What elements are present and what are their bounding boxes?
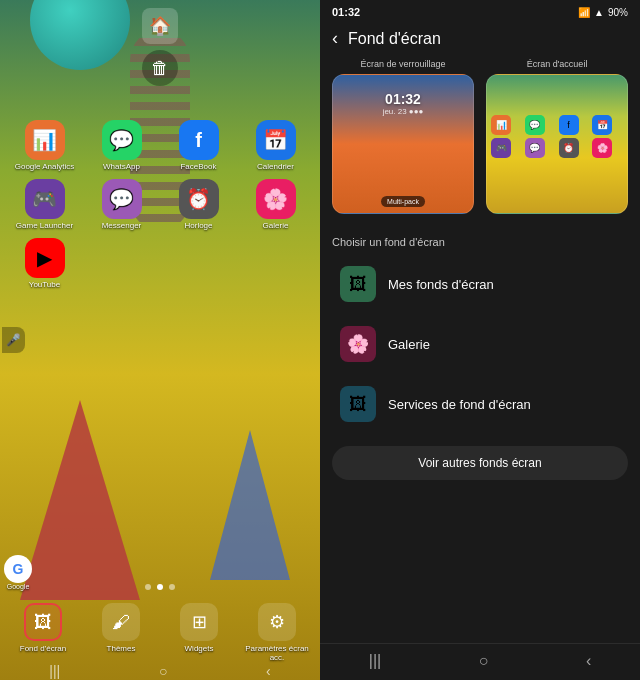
preview-time: 01:32: [385, 91, 421, 107]
left-nav-back[interactable]: ‹: [266, 663, 271, 679]
app-game-launcher[interactable]: 🎮 Game Launcher: [10, 179, 79, 230]
app-google-analytics[interactable]: 📊 Google Analytics: [10, 120, 79, 171]
menu-parametres[interactable]: ⚙ Paramètres écran acc.: [238, 603, 316, 662]
app-youtube[interactable]: ▶ YouTube: [10, 238, 79, 289]
choose-section: Choisir un fond d'écran 🖼 Mes fonds d'éc…: [320, 228, 640, 440]
lock-screen-label: Écran de verrouillage: [332, 59, 474, 69]
galerie-label: Galerie: [388, 337, 430, 352]
cone-blue-decor: [210, 430, 290, 580]
app-whatsapp[interactable]: 💬 WhatsApp: [87, 120, 156, 171]
battery-text: 90%: [608, 7, 628, 18]
lock-screen-phone: 01:32 jeu. 23 ●●● Multi-pack: [332, 74, 474, 214]
mini-app-3: f: [559, 115, 579, 135]
mini-app-4: 📅: [592, 115, 612, 135]
voir-button[interactable]: Voir autres fonds écran: [332, 446, 628, 480]
mini-app-7: ⏰: [559, 138, 579, 158]
voice-icon: 🎤: [2, 327, 25, 353]
mes-fonds-label: Mes fonds d'écran: [388, 277, 494, 292]
right-nav-menu[interactable]: |||: [369, 652, 381, 670]
mes-fonds-icon: 🖼: [340, 266, 376, 302]
home-screen-preview-item[interactable]: Écran d'accueil 📊 💬 f 📅 🎮 💬 ⏰ 🌸: [486, 59, 628, 214]
multipack-badge: Multi-pack: [381, 196, 425, 207]
wifi-icon: ▲: [594, 7, 604, 18]
mini-app-grid: 📊 💬 f 📅 🎮 💬 ⏰ 🌸: [491, 115, 623, 158]
lock-screen-preview-item[interactable]: Écran de verrouillage 01:32 jeu. 23 ●●● …: [332, 59, 474, 214]
home-screen-phone: 📊 💬 f 📅 🎮 💬 ⏰ 🌸: [486, 74, 628, 214]
dot-1: [145, 584, 151, 590]
left-decorations: [0, 0, 320, 680]
cone-red-decor: [20, 400, 140, 600]
mini-app-5: 🎮: [491, 138, 511, 158]
mini-app-2: 💬: [525, 115, 545, 135]
app-horloge[interactable]: ⏰ Horloge: [164, 179, 233, 230]
app-galerie[interactable]: 🌸 Galerie: [241, 179, 310, 230]
teal-circle-decor: [30, 0, 130, 70]
services-label: Services de fond d'écran: [388, 397, 531, 412]
mini-app-8: 🌸: [592, 138, 612, 158]
left-nav-home[interactable]: ○: [159, 663, 167, 679]
right-nav-back[interactable]: ‹: [586, 652, 591, 670]
widgets-icon: ⊞: [180, 603, 218, 641]
bottom-menu: 🖼 Fond d'écran 🖌 Thèmes ⊞ Widgets ⚙ Para…: [0, 603, 320, 662]
fond-ecran-icon: 🖼: [24, 603, 62, 641]
back-button[interactable]: ‹: [332, 28, 338, 49]
delete-icon: 🗑: [142, 50, 178, 86]
dot-3: [169, 584, 175, 590]
menu-fond-ecran[interactable]: 🖼 Fond d'écran: [4, 603, 82, 662]
left-nav-bar: ||| ○ ‹: [0, 662, 320, 680]
page-title: Fond d'écran: [348, 30, 441, 48]
galerie-icon: 🌸: [340, 326, 376, 362]
app-facebook[interactable]: f FaceBook: [164, 120, 233, 171]
status-icons: 📶 ▲ 90%: [578, 7, 628, 18]
right-nav-home[interactable]: ○: [479, 652, 489, 670]
left-panel: 🗑 🏠 🎤 📊 Google Analytics 💬 WhatsApp f Fa…: [0, 0, 320, 680]
mini-app-1: 📊: [491, 115, 511, 135]
top-icons: 🏠: [142, 8, 178, 44]
dot-2: [157, 584, 163, 590]
right-nav-bar: ||| ○ ‹: [320, 643, 640, 680]
option-mes-fonds[interactable]: 🖼 Mes fonds d'écran: [332, 254, 628, 314]
page-dots: [145, 584, 175, 590]
right-panel: 01:32 📶 ▲ 90% ‹ Fond d'écran Écran de ve…: [320, 0, 640, 680]
services-icon: 🖼: [340, 386, 376, 422]
signal-icon: 📶: [578, 7, 590, 18]
google-app-left[interactable]: G Google: [4, 555, 32, 590]
menu-widgets[interactable]: ⊞ Widgets: [160, 603, 238, 662]
wallpaper-previews: Écran de verrouillage 01:32 jeu. 23 ●●● …: [320, 59, 640, 228]
home-screen-label: Écran d'accueil: [486, 59, 628, 69]
status-bar: 01:32 📶 ▲ 90%: [320, 0, 640, 22]
app-calendrier[interactable]: 📅 Calendrier: [241, 120, 310, 171]
home-indicator: 🏠: [142, 8, 178, 44]
menu-themes[interactable]: 🖌 Thèmes: [82, 603, 160, 662]
parametres-icon: ⚙: [258, 603, 296, 641]
app-grid: 📊 Google Analytics 💬 WhatsApp f FaceBook…: [10, 120, 310, 289]
google-label: Google: [4, 583, 32, 590]
option-services[interactable]: 🖼 Services de fond d'écran: [332, 374, 628, 434]
preview-date: jeu. 23 ●●●: [383, 107, 424, 116]
app-messenger[interactable]: 💬 Messenger: [87, 179, 156, 230]
google-icon: G: [4, 555, 32, 583]
mini-app-6: 💬: [525, 138, 545, 158]
status-time: 01:32: [332, 6, 360, 18]
themes-icon: 🖌: [102, 603, 140, 641]
option-galerie[interactable]: 🌸 Galerie: [332, 314, 628, 374]
choose-label: Choisir un fond d'écran: [332, 236, 628, 248]
right-header: ‹ Fond d'écran: [320, 22, 640, 59]
left-nav-menu[interactable]: |||: [49, 663, 60, 679]
